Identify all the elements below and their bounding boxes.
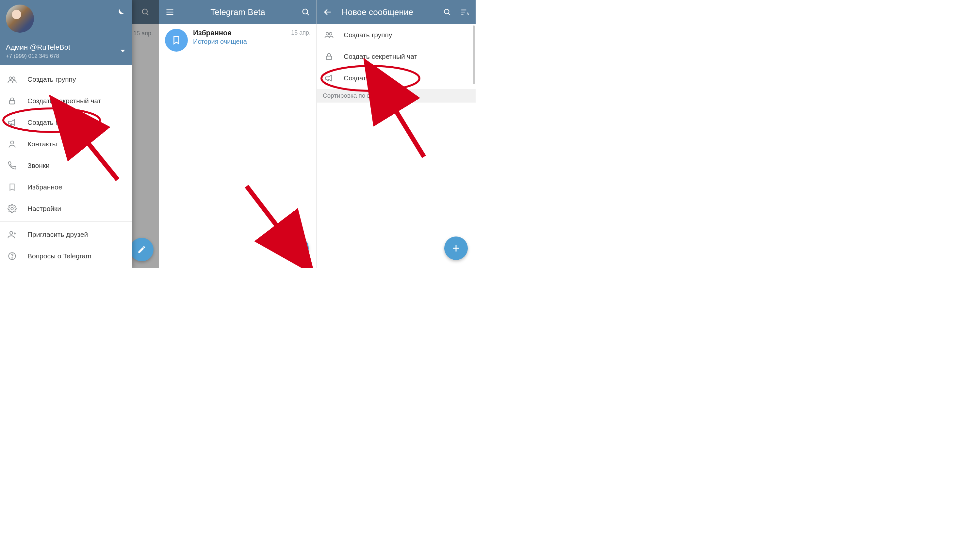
menu-item-label: Создать секретный чат — [27, 97, 101, 105]
navigation-drawer: Админ @RuTeleBot +7 (999) 012 345 678 Со… — [0, 0, 132, 268]
bookmark-icon — [165, 29, 188, 52]
compose-fab[interactable] — [285, 237, 309, 260]
menu-item-label: Настройки — [27, 205, 61, 213]
account-phone: +7 (999) 012 345 678 — [6, 53, 126, 59]
svg-point-15 — [303, 9, 308, 14]
sort-section-header: Сортировка по времени входа — [317, 89, 476, 103]
svg-line-19 — [448, 13, 450, 15]
invite-icon — [7, 230, 17, 239]
night-mode-icon[interactable] — [115, 8, 125, 17]
compose-fab[interactable] — [130, 238, 154, 261]
menu-item-saved[interactable]: Избранное — [0, 177, 132, 198]
svg-point-25 — [329, 32, 332, 35]
megaphone-icon — [324, 73, 334, 83]
toolbar: Новое сообщение A — [317, 0, 476, 24]
sort-icon[interactable]: A — [459, 6, 470, 17]
create-secret-chat[interactable]: Создать секретный чат — [317, 46, 476, 67]
chat-row-body: Избранное История очищена — [193, 29, 286, 45]
help-icon — [7, 251, 17, 261]
chat-date: 15 апр. — [291, 29, 311, 36]
svg-line-16 — [307, 13, 309, 15]
svg-point-5 — [10, 141, 13, 144]
menu-item-settings[interactable]: Настройки — [0, 198, 132, 220]
create-options-list: Создать группу Создать секретный чат Соз… — [317, 24, 476, 89]
menu-item-new-secret-chat[interactable]: Создать секретный чат — [0, 90, 132, 112]
menu-item-calls[interactable]: Звонки — [0, 155, 132, 177]
menu-item-contacts[interactable]: Контакты — [0, 133, 132, 155]
svg-point-3 — [13, 77, 15, 80]
create-channel[interactable]: Создать канал — [317, 67, 476, 89]
menu-item-new-channel[interactable]: Создать канал — [0, 112, 132, 133]
scrollbar[interactable] — [473, 25, 475, 84]
menu-item-label: Создать канал — [27, 119, 74, 126]
drawer-header: Админ @RuTeleBot +7 (999) 012 345 678 — [0, 0, 132, 65]
svg-point-24 — [326, 32, 329, 35]
toolbar: Telegram Beta — [159, 0, 317, 24]
account-name: Админ @RuTeleBot — [6, 43, 126, 52]
back-icon[interactable] — [322, 6, 333, 17]
menu-item-label: Звонки — [27, 162, 50, 170]
add-fab[interactable] — [444, 237, 468, 260]
screen-new-message: Новое сообщение A Создать группу Создать… — [317, 0, 476, 268]
search-icon[interactable] — [442, 6, 453, 17]
group-icon — [324, 30, 334, 40]
search-icon[interactable] — [300, 6, 311, 17]
toolbar-title: Telegram Beta — [182, 7, 294, 17]
megaphone-icon — [7, 118, 17, 127]
menu-item-new-group[interactable]: Создать группу — [0, 68, 132, 90]
screen-chat-list: Telegram Beta Избранное История очищена … — [159, 0, 317, 268]
chat-row-saved-messages[interactable]: Избранное История очищена 15 апр. — [159, 24, 317, 56]
menu-item-label: Избранное — [27, 183, 62, 191]
hamburger-icon[interactable] — [164, 6, 175, 17]
menu-item-label: Контакты — [27, 140, 57, 148]
create-item-label: Создать секретный чат — [344, 52, 417, 60]
create-group[interactable]: Создать группу — [317, 24, 476, 46]
toolbar-title: Новое сообщение — [340, 7, 435, 17]
svg-rect-26 — [326, 56, 332, 60]
menu-item-label: Вопросы о Telegram — [27, 252, 91, 260]
bookmark-icon — [7, 182, 17, 192]
avatar[interactable] — [6, 5, 34, 33]
contacts-icon — [7, 139, 17, 149]
menu-item-label: Создать группу — [27, 75, 76, 83]
chat-title: Избранное — [193, 29, 286, 37]
menu-item-invite[interactable]: Пригласить друзей — [0, 224, 132, 245]
svg-rect-4 — [10, 100, 15, 104]
phone-icon — [7, 161, 17, 170]
chat-subtitle: История очищена — [193, 38, 286, 45]
svg-point-11 — [12, 258, 13, 258]
create-item-label: Создать канал — [344, 74, 390, 82]
svg-point-18 — [444, 9, 449, 14]
drawer-menu: Создать группу Создать секретный чат Соз… — [0, 65, 132, 268]
screen-drawer-open: 15 апр. Админ @RuTeleBot +7 (999) 012 34… — [0, 0, 159, 268]
svg-text:A: A — [466, 12, 469, 16]
menu-item-help[interactable]: Вопросы о Telegram — [0, 245, 132, 267]
svg-point-6 — [11, 207, 13, 210]
svg-point-2 — [9, 77, 12, 80]
svg-point-7 — [10, 232, 13, 234]
chat-list: Избранное История очищена 15 апр. — [159, 24, 317, 268]
chevron-down-icon[interactable] — [121, 50, 125, 52]
menu-divider — [0, 221, 132, 222]
lock-icon — [324, 52, 334, 61]
lock-icon — [7, 96, 17, 106]
group-icon — [7, 75, 17, 84]
menu-item-label: Пригласить друзей — [27, 231, 88, 239]
settings-icon — [7, 204, 17, 214]
create-item-label: Создать группу — [344, 31, 392, 39]
